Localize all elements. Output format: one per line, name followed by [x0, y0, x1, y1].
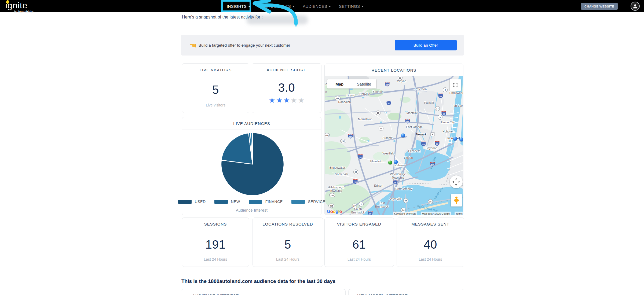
pan-arrows-icon: [450, 175, 463, 188]
location-marker-blue[interactable]: [401, 134, 405, 138]
nav-item-settings[interactable]: SETTINGS: [339, 4, 364, 9]
stat-subtitle: Last 24 Hours: [253, 257, 323, 261]
route-shield: 10: [376, 111, 380, 115]
offer-banner-text: Build a targeted offer to engage your ne…: [199, 43, 290, 47]
route-shield: 80: [438, 94, 443, 98]
live-visitors-subtitle: Live visitors: [182, 103, 249, 107]
route-shield: 287: [348, 134, 353, 139]
svg-text:46: 46: [336, 97, 339, 99]
google-logo-letter: e: [339, 209, 342, 214]
fullscreen-button[interactable]: [450, 79, 461, 91]
keyboard-shortcuts-link[interactable]: Keyboard shortcuts: [393, 212, 417, 215]
map-canvas: 2878080280287287959595957878278234173102…: [325, 76, 463, 215]
map-town-label: Westfield: [382, 152, 394, 155]
card-title: AUDIENCE INTEREST: [192, 293, 239, 295]
route-shield: 1: [359, 202, 364, 206]
svg-text:287: 287: [386, 84, 389, 86]
star-icon: ★: [276, 97, 283, 104]
card-header: MESSAGES SENT: [397, 218, 464, 230]
card-title: RECENT LOCATIONS: [371, 68, 416, 72]
route-shield: 22: [354, 170, 358, 174]
svg-text:24: 24: [380, 127, 382, 130]
map-town-label: Edison: [374, 184, 383, 187]
location-marker-green[interactable]: [388, 161, 392, 165]
terms-link[interactable]: Terms: [455, 212, 463, 215]
route-shield: 287: [353, 179, 358, 184]
map-town-label: Township: [392, 176, 404, 179]
google-logo-letter: G: [327, 209, 330, 214]
stat-value: 61: [325, 238, 394, 251]
route-shield: 3: [438, 115, 442, 120]
fullscreen-icon: [453, 83, 458, 87]
legend-label: FINANCE: [265, 200, 283, 204]
stat-value: 5: [253, 238, 323, 251]
legend-label: SERVICE: [308, 200, 325, 204]
dashboard-page: ignite by launchlabs INSIGHTS ENGAGEMENT…: [0, 0, 644, 295]
svg-text:34: 34: [402, 209, 405, 211]
brand-name: ignite: [5, 1, 46, 10]
change-website-button[interactable]: CHANGE WEBSITE: [581, 3, 618, 10]
card-title: VISITORS ENGAGED: [337, 222, 381, 226]
live-audiences-card: LIVE AUDIENCES USEDNEWFINANCESERVICE Aud…: [182, 117, 321, 215]
section-heading: This is the 1800autoland.com audience da…: [181, 278, 335, 284]
svg-text:23: 23: [399, 77, 401, 79]
google-logo[interactable]: Google: [327, 209, 342, 214]
map-town-label: Fort Lee: [452, 104, 463, 107]
route-shield: 24: [379, 126, 383, 131]
star-icon: ★: [291, 97, 297, 104]
svg-text:206: 206: [331, 194, 334, 197]
map-data-label: Map data ©2025 Google: [421, 212, 451, 215]
location-marker-blue[interactable]: [394, 160, 398, 164]
nav-item-label: AUDIENCES: [303, 4, 327, 9]
map-town-label: Hillsborough: [328, 186, 344, 189]
google-map[interactable]: 2878080280287287959595957878278234173102…: [325, 76, 463, 215]
user-avatar[interactable]: [631, 2, 640, 11]
map-type-map-button[interactable]: Map: [327, 79, 352, 88]
location-marker-blue[interactable]: [453, 137, 457, 141]
map-town-label: Summit: [382, 136, 392, 139]
svg-text:287: 287: [349, 136, 352, 138]
legend-item: NEW: [214, 200, 240, 204]
svg-text:206: 206: [330, 205, 333, 207]
map-town-label: Englewood: [449, 91, 463, 94]
nav-item-audiences[interactable]: AUDIENCES: [303, 4, 331, 9]
svg-text:17: 17: [436, 108, 438, 110]
svg-text:95: 95: [443, 113, 445, 115]
person-icon: [632, 3, 638, 9]
star-icon: ★: [298, 97, 304, 104]
top-navbar: ignite by launchlabs INSIGHTS ENGAGEMENT…: [0, 0, 644, 12]
card-title: LIVE VISITORS: [200, 68, 232, 72]
nav-item-label: ENGAGEMENTS: [258, 4, 291, 9]
legend-swatch: [249, 200, 262, 204]
svg-text:78: 78: [436, 143, 438, 145]
new-model-interest-card: NEW MODEL INTEREST: [348, 289, 464, 295]
pie-legend: USEDNEWFINANCESERVICE: [182, 200, 321, 204]
route-shield: 17: [435, 106, 440, 111]
map-town-label: Passaic: [424, 101, 435, 104]
svg-text:80: 80: [388, 102, 390, 105]
map-town-label: Randolph: [338, 100, 351, 104]
route-shield: 206: [329, 204, 334, 208]
svg-text:78: 78: [359, 156, 361, 158]
pan-control[interactable]: [450, 175, 463, 188]
card-title: AUDIENCE SCORE: [266, 68, 306, 72]
route-shield: 202: [341, 139, 346, 143]
nav-item-engagements[interactable]: ENGAGEMENTS: [258, 4, 295, 9]
map-type-satellite-button[interactable]: Satellite: [352, 79, 376, 88]
divider: [181, 27, 464, 27]
build-an-offer-button[interactable]: Build an Offer: [395, 40, 457, 50]
card-title: SESSIONS: [204, 222, 227, 226]
legend-swatch: [214, 200, 228, 204]
card-header: SESSIONS: [182, 218, 249, 230]
offer-banner: Build a targeted offer to engage your ne…: [181, 35, 464, 56]
audience-interest-card: AUDIENCE INTEREST: [181, 289, 346, 295]
pegman-control[interactable]: [451, 194, 462, 206]
location-marker-blue[interactable]: [459, 138, 463, 142]
map-town-label: Ho: [325, 82, 327, 86]
card-header: VISITORS ENGAGED: [325, 218, 394, 230]
route-shield: 287: [385, 82, 390, 87]
route-shield: 280: [405, 119, 410, 124]
star-icon: ★: [269, 97, 275, 104]
ignite-logo[interactable]: ignite by launchlabs: [5, 1, 46, 13]
map-town-label: East: [379, 201, 385, 205]
